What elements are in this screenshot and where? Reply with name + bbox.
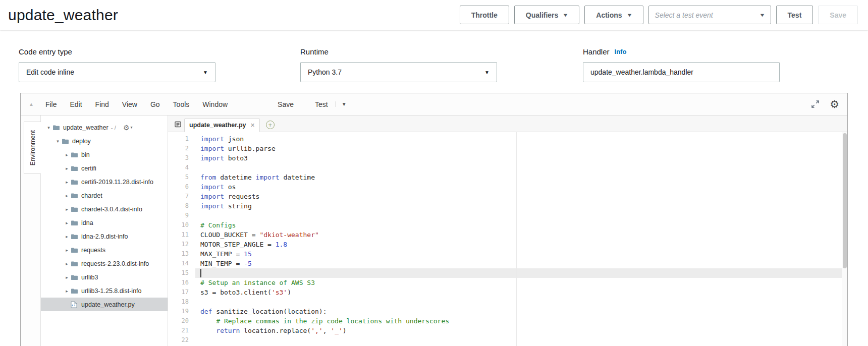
line-number: 6 [168, 182, 195, 192]
chevron-down-icon[interactable]: ▾ [45, 125, 52, 130]
collapse-menu-icon[interactable]: ▲ [29, 101, 34, 107]
runtime-select[interactable]: Python 3.7 ▼ [300, 62, 497, 82]
code-line-content: # Setup an instance of AWS S3 [195, 278, 847, 287]
add-tab-icon[interactable]: + [266, 121, 275, 129]
code-line[interactable]: 10# Configs [168, 220, 847, 230]
tab-label: update_weather.py [189, 122, 246, 129]
tree-item-folder[interactable]: ▸certifi-2019.11.28.dist-info [41, 175, 168, 189]
menu-item-edit[interactable]: Edit [63, 100, 88, 108]
chevron-right-icon[interactable]: ▸ [63, 275, 71, 280]
chevron-right-icon[interactable]: ▸ [63, 289, 71, 294]
tree-item-file[interactable]: update_weather.py [41, 298, 168, 311]
chevron-right-icon[interactable]: ▸ [63, 248, 71, 253]
code-line[interactable]: 1import json [168, 134, 847, 144]
code-line[interactable]: 6import os [168, 182, 847, 192]
tree-item-folder[interactable]: ▾update_weather- /⚙▾ [41, 121, 168, 134]
code-line[interactable]: 11CLOUD_BUCKET = "dkiot-weather" [168, 230, 847, 240]
chevron-right-icon[interactable]: ▸ [63, 152, 71, 157]
chevron-right-icon[interactable]: ▸ [63, 207, 71, 212]
code-line-content [195, 335, 847, 345]
chevron-right-icon[interactable]: ▸ [63, 180, 71, 185]
tab-update-weather-py[interactable]: update_weather.py × [184, 118, 260, 132]
editor-test-button[interactable]: Test [315, 100, 328, 108]
tree-item-folder[interactable]: ▸requests [41, 243, 168, 257]
code-line-content [195, 211, 847, 220]
menu-item-find[interactable]: Find [89, 100, 116, 108]
code-line[interactable]: 8import string [168, 201, 847, 211]
line-number: 16 [168, 278, 195, 287]
menu-item-go[interactable]: Go [144, 100, 167, 108]
close-icon[interactable]: × [251, 122, 255, 129]
code-line[interactable]: 12MOTOR_STEP_ANGLE = 1.8 [168, 240, 847, 249]
chevron-right-icon[interactable]: ▸ [63, 220, 71, 225]
qualifiers-button[interactable]: Qualifiers ▼ [514, 6, 580, 24]
code-line[interactable]: 15 [168, 268, 847, 278]
chevron-right-icon[interactable]: ▸ [63, 166, 71, 171]
code-line[interactable]: 2import urllib.parse [168, 144, 847, 153]
folder-icon [71, 247, 81, 253]
code-line[interactable]: 13MAX_TEMP = 15 [168, 249, 847, 259]
code-lines: 1import json2import urllib.parse3import … [168, 134, 847, 346]
gear-icon[interactable]: ⚙▾ [123, 124, 133, 132]
line-number: 10 [168, 220, 195, 230]
handler-input[interactable] [583, 62, 780, 82]
tree-item-folder[interactable]: ▸idna-2.9.dist-info [41, 229, 168, 243]
code-line[interactable]: 4 [168, 163, 847, 172]
save-button[interactable]: Save [818, 6, 858, 24]
tree-item-folder[interactable]: ▸chardet [41, 189, 168, 202]
line-number: 5 [168, 172, 195, 182]
gear-icon[interactable]: ⚙ [830, 99, 839, 109]
menu-item-tools[interactable]: Tools [167, 100, 196, 108]
tree-item-folder[interactable]: ▸urllib3-1.25.8.dist-info [41, 284, 168, 298]
code-line[interactable]: 19def sanitize_location(location): [168, 307, 847, 316]
tree-item-folder[interactable]: ▸bin [41, 148, 168, 161]
code-line[interactable]: 22 [168, 335, 847, 345]
vertical-scrollbar[interactable] [842, 132, 847, 346]
test-event-select[interactable]: Select a test event ▼ [648, 6, 771, 24]
menu-item-window[interactable]: Window [196, 100, 234, 108]
code-line[interactable]: 21 return location.replace(',', '_') [168, 326, 847, 335]
code-line[interactable]: 9 [168, 211, 847, 220]
test-button[interactable]: Test [776, 6, 813, 24]
throttle-button[interactable]: Throttle [460, 6, 509, 24]
tab-list-icon[interactable] [171, 118, 184, 130]
actions-button[interactable]: Actions ▼ [584, 6, 643, 24]
code-entry-field: Code entry type Edit code inline ▼ [19, 47, 215, 82]
code-line[interactable]: 14MIN_TEMP = -5 [168, 259, 847, 268]
tab-environment[interactable]: Environment [24, 122, 41, 174]
chevron-right-icon[interactable]: ▸ [63, 193, 71, 198]
tree-item-folder[interactable]: ▸requests-2.23.0.dist-info [41, 257, 168, 270]
tree-item-folder[interactable]: ▸chardet-3.0.4.dist-info [41, 202, 168, 216]
file-tree: ▾update_weather- /⚙▾▾deploy▸bin▸certifi▸… [41, 116, 168, 346]
code-line-content: # Configs [195, 220, 847, 230]
code-entry-select[interactable]: Edit code inline ▼ [19, 62, 215, 82]
editor-save-button[interactable]: Save [278, 100, 294, 108]
tree-item-folder[interactable]: ▸urllib3 [41, 270, 168, 284]
tree-item-label: update_weather.py [81, 301, 135, 308]
code-line[interactable]: 3import boto3 [168, 153, 847, 163]
chevron-down-icon: ▼ [759, 13, 765, 18]
code-line[interactable]: 7import requests [168, 192, 847, 201]
code-area[interactable]: 1import json2import urllib.parse3import … [168, 132, 847, 346]
code-line[interactable]: 5from datetime import datetime [168, 172, 847, 182]
chevron-right-icon[interactable]: ▸ [63, 234, 71, 239]
fullscreen-icon[interactable] [811, 100, 820, 108]
tree-root-path: - / [111, 125, 116, 131]
tree-item-folder[interactable]: ▸idna [41, 216, 168, 229]
code-line[interactable]: 18 [168, 297, 847, 307]
folder-icon [71, 274, 81, 280]
chevron-right-icon[interactable]: ▸ [63, 261, 71, 266]
code-line[interactable]: 17s3 = boto3.client('s3') [168, 287, 847, 297]
scrollbar-thumb[interactable] [843, 133, 847, 268]
menu-item-file[interactable]: File [39, 100, 64, 108]
chevron-down-icon[interactable]: ▾ [54, 139, 62, 144]
menu-item-view[interactable]: View [116, 100, 144, 108]
tree-item-label: deploy [72, 138, 91, 145]
code-line[interactable]: 20 # Replace commas in the zip code loca… [168, 316, 847, 326]
handler-info-link[interactable]: Info [615, 48, 627, 55]
line-number: 1 [168, 134, 195, 144]
tree-item-folder[interactable]: ▾deploy [41, 134, 168, 148]
code-line[interactable]: 16# Setup an instance of AWS S3 [168, 278, 847, 287]
tree-item-folder[interactable]: ▸certifi [41, 161, 168, 175]
chevron-down-icon[interactable]: ▼ [335, 101, 347, 107]
